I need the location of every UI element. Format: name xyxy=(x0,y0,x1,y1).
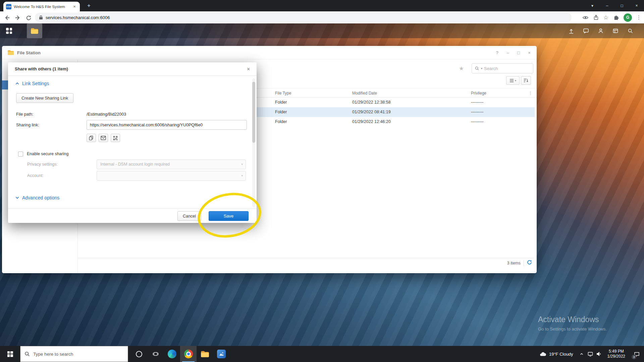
photos-button[interactable] xyxy=(213,346,229,362)
favorites-star-icon[interactable]: ★ xyxy=(459,65,464,72)
new-tab-button[interactable]: + xyxy=(85,2,93,9)
volume-button[interactable] xyxy=(595,346,603,362)
network-button[interactable] xyxy=(586,346,595,362)
fs-close-button[interactable]: × xyxy=(524,50,535,55)
address-bar[interactable]: services.hsmechanical.com:6006 xyxy=(35,13,572,22)
chat-icon[interactable] xyxy=(580,23,592,38)
file-station-title: File Station xyxy=(7,46,41,59)
activate-line1: Activate Windows xyxy=(538,315,607,324)
show-hidden-icons-button[interactable] xyxy=(577,346,586,362)
column-header-file-type[interactable]: File Type xyxy=(275,88,291,98)
sharing-link-input[interactable] xyxy=(87,120,247,130)
secure-sharing-checkbox[interactable] xyxy=(18,152,23,157)
weather-widget[interactable]: 19°F Cloudy xyxy=(536,352,577,357)
email-link-button[interactable] xyxy=(99,134,108,142)
file-path-label: File path: xyxy=(16,112,33,117)
fs-minimize-button[interactable]: – xyxy=(502,50,513,55)
window-maximize-button[interactable]: □ xyxy=(614,0,629,11)
forward-icon xyxy=(14,14,21,21)
extensions-icon[interactable] xyxy=(613,14,619,21)
browser-actions: ☆ G ⋮ xyxy=(582,11,641,23)
window-title-text: File Station xyxy=(17,50,41,55)
browser-toolbar: services.hsmechanical.com:6006 ☆ G ⋮ xyxy=(0,11,644,23)
search-filter-caret-icon[interactable]: ▾ xyxy=(481,67,482,70)
taskbar-search-input[interactable] xyxy=(33,352,124,357)
fs-search-input[interactable] xyxy=(484,66,530,71)
forward-button[interactable] xyxy=(13,13,22,22)
cell-privilege: --------- xyxy=(471,117,483,127)
qr-code-button[interactable] xyxy=(111,134,120,142)
bookmark-star-icon[interactable]: ☆ xyxy=(603,14,608,21)
lock-icon xyxy=(39,15,43,20)
cloud-icon xyxy=(540,352,546,356)
taskbar-search-box[interactable] xyxy=(20,346,128,362)
view-mode-caret-icon: ▾ xyxy=(515,79,516,82)
view-mode-button[interactable]: ▾ xyxy=(506,76,520,85)
cell-file-type: Folder xyxy=(275,98,287,107)
back-button[interactable] xyxy=(3,13,11,22)
widgets-icon[interactable] xyxy=(609,23,622,38)
main-menu-button[interactable] xyxy=(0,23,18,38)
windows-taskbar: 19°F Cloudy 5:49 PM 1/29/2022 xyxy=(0,346,644,362)
copy-icon xyxy=(89,135,94,140)
edge-icon xyxy=(168,350,176,358)
start-button[interactable] xyxy=(0,346,20,362)
advanced-options-toggle[interactable]: Advanced options xyxy=(15,195,59,200)
activate-line2: Go to Settings to activate Windows. xyxy=(538,326,607,331)
browser-menu-icon[interactable]: ⋮ xyxy=(636,14,641,20)
column-header-modified-date[interactable]: Modified Date xyxy=(352,88,377,98)
reload-button[interactable] xyxy=(24,13,33,22)
window-minimize-button[interactable]: – xyxy=(600,0,614,11)
item-count: 3 items xyxy=(507,261,521,265)
user-icon[interactable] xyxy=(594,23,607,38)
share-icon[interactable] xyxy=(593,14,599,20)
dialog-title-bar[interactable]: Share with others (1 item) × xyxy=(8,62,257,76)
tab-search-icon[interactable]: ▾ xyxy=(585,0,600,11)
search-icon[interactable] xyxy=(624,23,637,38)
dialog-scrollbar[interactable] xyxy=(252,78,255,207)
chrome-button[interactable] xyxy=(180,346,197,362)
dialog-title-text: Share with others (1 item) xyxy=(15,66,68,71)
profile-avatar[interactable]: G xyxy=(624,13,632,22)
window-close-button[interactable]: × xyxy=(629,0,644,11)
file-station-header: File Station ? – □ × xyxy=(2,46,537,59)
privacy-settings-value: Internal - DSM account login required xyxy=(100,162,170,167)
scrollbar-thumb[interactable] xyxy=(252,82,255,143)
task-view-button[interactable] xyxy=(147,346,164,362)
file-explorer-button[interactable] xyxy=(197,346,213,362)
windows-logo-icon xyxy=(7,351,13,357)
create-sharing-link-button[interactable]: Create New Sharing Link xyxy=(16,93,73,103)
dialog-close-icon[interactable]: × xyxy=(247,66,250,72)
fs-search-box[interactable]: ▾ xyxy=(472,63,533,73)
tab-close-icon[interactable]: × xyxy=(72,4,77,9)
password-eye-icon[interactable] xyxy=(582,14,589,21)
folder-icon xyxy=(7,50,14,55)
column-header-privilege[interactable]: Privilege xyxy=(471,88,486,98)
time-text: 5:49 PM xyxy=(607,349,625,354)
action-center-button[interactable]: 3 xyxy=(629,346,644,362)
privacy-settings-select: Internal - DSM account login required ▾ xyxy=(97,160,246,169)
system-tray: 19°F Cloudy 5:49 PM 1/29/2022 xyxy=(536,346,644,362)
search-icon xyxy=(24,351,30,357)
select-caret-icon: ▾ xyxy=(241,171,243,180)
sort-button[interactable] xyxy=(521,76,531,85)
browser-window-controls: ▾ – □ × xyxy=(585,0,644,11)
refresh-button[interactable] xyxy=(527,259,532,266)
help-button[interactable]: ? xyxy=(492,50,502,55)
cancel-button[interactable]: Cancel xyxy=(177,211,201,221)
edge-button[interactable] xyxy=(164,346,180,362)
dsm-tray xyxy=(565,23,644,38)
column-options-icon[interactable]: ⋮ xyxy=(528,88,533,98)
chevron-up-icon xyxy=(15,82,19,85)
date-text: 1/29/2022 xyxy=(607,354,625,359)
save-button[interactable]: Save xyxy=(209,211,249,221)
link-settings-toggle[interactable]: Link Settings xyxy=(15,81,49,86)
link-settings-label: Link Settings xyxy=(22,81,49,86)
browser-tab[interactable]: DSM Welcome To H&S File System × xyxy=(3,2,80,11)
fs-maximize-button[interactable]: □ xyxy=(513,50,524,55)
file-station-taskbar-button[interactable] xyxy=(27,23,42,38)
cortana-button[interactable] xyxy=(131,346,147,362)
clock[interactable]: 5:49 PM 1/29/2022 xyxy=(603,349,629,359)
pin-icon[interactable] xyxy=(565,23,578,38)
copy-link-button[interactable] xyxy=(87,134,96,142)
